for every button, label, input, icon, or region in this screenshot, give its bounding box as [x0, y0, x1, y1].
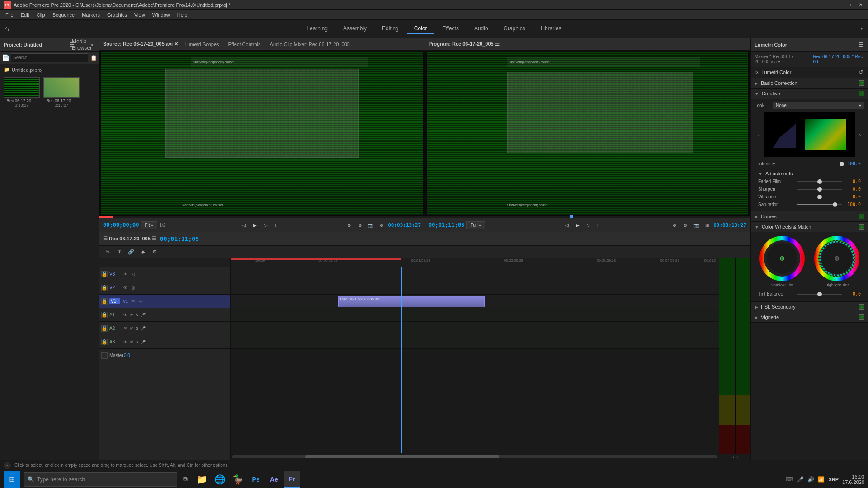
section-creative[interactable]: ▼ Creative: [751, 89, 868, 99]
section-check-basic[interactable]: [859, 80, 864, 86]
track-lock-a2[interactable]: 🔒: [101, 325, 108, 332]
track-eye-v3[interactable]: 👁: [122, 271, 128, 277]
nav-more-button[interactable]: »: [861, 26, 863, 32]
start-button[interactable]: ⊞: [4, 471, 20, 488]
project-search-input[interactable]: [11, 53, 88, 62]
menu-clip[interactable]: Clip: [33, 10, 49, 20]
tab-editing[interactable]: Editing: [375, 23, 406, 34]
timeline-add-edit-btn[interactable]: ✂: [103, 248, 112, 257]
adjustments-toggle[interactable]: ▼ Adjustments: [755, 169, 864, 178]
track-mute-a1[interactable]: M: [130, 313, 134, 317]
track-target-v2[interactable]: ◎: [130, 285, 137, 291]
menu-edit[interactable]: Edit: [17, 10, 33, 20]
sharpen-track[interactable]: [797, 189, 842, 190]
source-camera-btn[interactable]: 📷: [366, 221, 375, 230]
vibrance-thumb[interactable]: [817, 195, 822, 199]
source-overlay-btn[interactable]: ⊖: [355, 221, 364, 230]
effect-controls-tab[interactable]: Effect Controls: [226, 41, 264, 48]
source-step-fwd-btn[interactable]: ▷: [261, 221, 270, 230]
track-eye-a3[interactable]: 👁: [122, 339, 128, 345]
program-to-out-btn[interactable]: ⊢: [595, 221, 604, 230]
source-insert-btn[interactable]: ⊕: [344, 221, 354, 230]
taskbar-ae-btn[interactable]: Ae: [266, 471, 282, 488]
menu-file[interactable]: File: [2, 10, 17, 20]
saturation-track[interactable]: [797, 204, 842, 205]
tint-balance-thumb[interactable]: [817, 292, 822, 296]
task-view-btn[interactable]: ⧉: [181, 475, 190, 483]
home-button[interactable]: ⌂: [5, 25, 9, 33]
source-to-in-btn[interactable]: ⊣: [229, 221, 238, 230]
section-curves[interactable]: ▶ Curves: [751, 211, 868, 222]
taskbar-explorer-btn[interactable]: 📁: [193, 471, 210, 488]
taskbar-ps-btn[interactable]: Ps: [248, 471, 264, 488]
program-fullscreen-btn[interactable]: ⊞: [703, 221, 712, 230]
minimize-button[interactable]: ─: [839, 1, 846, 9]
audio-clip-mixer-tab[interactable]: Audio Clip Mixer: Rec 06-17-20_005: [267, 41, 353, 48]
section-basic-correction[interactable]: ▶ Basic Correction: [751, 78, 868, 89]
tab-assembly[interactable]: Assembly: [336, 23, 374, 34]
source-play-btn[interactable]: ▶: [250, 221, 259, 230]
clip-thumbnail-2[interactable]: Rec 06-17-20_... 3:13;27: [43, 77, 80, 108]
track-solo-a1[interactable]: S: [136, 313, 138, 317]
clip-thumbnail-1[interactable]: Rec 06-17-20_... 3:13;27: [4, 77, 40, 108]
project-folder-item[interactable]: 📁 Untitled.prproj: [2, 66, 97, 74]
taskbar-chrome-btn[interactable]: 🌐: [212, 471, 228, 488]
source-fit-dropdown[interactable]: Fit ▾: [141, 221, 157, 229]
clip-block-v1[interactable]: Rec 06-17-20_005.avi: [338, 296, 485, 307]
sharpen-thumb[interactable]: [817, 187, 822, 192]
shadow-tint-wheel[interactable]: [760, 236, 805, 281]
timeline-marker-btn[interactable]: ◆: [138, 248, 147, 257]
faded-film-thumb[interactable]: [817, 179, 822, 184]
saturation-thumb[interactable]: [833, 202, 837, 207]
track-lock-v2[interactable]: 🔒: [101, 285, 108, 291]
track-lock-v1[interactable]: 🔒: [101, 298, 108, 305]
intensity-slider-thumb[interactable]: [840, 162, 844, 166]
menu-view[interactable]: View: [131, 10, 149, 20]
section-hsl[interactable]: ▶ HSL Secondary: [751, 302, 868, 312]
lumetri-menu-btn[interactable]: ☰: [857, 41, 864, 48]
project-expand-btn[interactable]: »: [88, 41, 95, 48]
timeline-scroll-track[interactable]: [232, 455, 717, 458]
menu-help[interactable]: Help: [174, 10, 191, 20]
close-button[interactable]: ✕: [857, 1, 864, 9]
section-check-creative[interactable]: [859, 91, 864, 96]
track-eye-a2[interactable]: 👁: [122, 325, 128, 332]
tab-effects[interactable]: Effects: [435, 23, 466, 34]
track-eye-a1[interactable]: 👁: [122, 312, 128, 318]
program-fit-dropdown[interactable]: Full ▾: [466, 221, 485, 229]
track-mute-a2[interactable]: M: [130, 326, 134, 331]
look-dropdown[interactable]: None ▾: [773, 102, 864, 109]
media-browser-tab[interactable]: Media Browser: [78, 41, 85, 48]
timeline-settings-btn[interactable]: ⚙: [150, 248, 159, 257]
section-check-curves[interactable]: [859, 214, 864, 219]
tab-color[interactable]: Color: [407, 23, 434, 34]
lumetri-reset-btn[interactable]: ↺: [857, 69, 864, 76]
look-prev-btn[interactable]: ‹: [755, 112, 764, 157]
program-lift-btn[interactable]: ⊕: [670, 221, 679, 230]
track-mic-a3[interactable]: 🎤: [140, 339, 146, 345]
tab-graphics[interactable]: Graphics: [496, 23, 533, 34]
track-eye-v2[interactable]: 👁: [122, 285, 128, 291]
track-solo-a2[interactable]: S: [136, 326, 138, 331]
track-mic-a1[interactable]: 🎤: [140, 312, 146, 318]
track-lock-a3[interactable]: 🔒: [101, 339, 108, 345]
vibrance-track[interactable]: [797, 197, 842, 197]
new-item-icon[interactable]: 📄: [2, 54, 9, 61]
intensity-slider-track[interactable]: [797, 164, 842, 164]
program-camera-btn[interactable]: 📷: [692, 221, 701, 230]
taskbar-pr-btn[interactable]: Pr: [284, 471, 300, 488]
source-to-out-btn[interactable]: ⊢: [272, 221, 281, 230]
taskbar-search-box[interactable]: 🔍 Type here to search: [24, 472, 177, 487]
look-next-btn[interactable]: ›: [855, 112, 864, 157]
section-check-hsl[interactable]: [859, 304, 864, 310]
tab-audio[interactable]: Audio: [467, 23, 495, 34]
program-to-in-btn[interactable]: ⊣: [552, 221, 561, 230]
track-eye-v1[interactable]: 👁: [130, 298, 136, 305]
tab-learning[interactable]: Learning: [299, 23, 335, 34]
section-vignette[interactable]: ▶ Vignette: [751, 312, 868, 323]
taskbar-app3-btn[interactable]: 🦆: [230, 471, 246, 488]
faded-film-track[interactable]: [797, 181, 842, 182]
track-lock-v3[interactable]: 🔒: [101, 271, 108, 277]
track-lock-a1[interactable]: 🔒: [101, 312, 108, 318]
menu-markers[interactable]: Markers: [78, 10, 104, 20]
